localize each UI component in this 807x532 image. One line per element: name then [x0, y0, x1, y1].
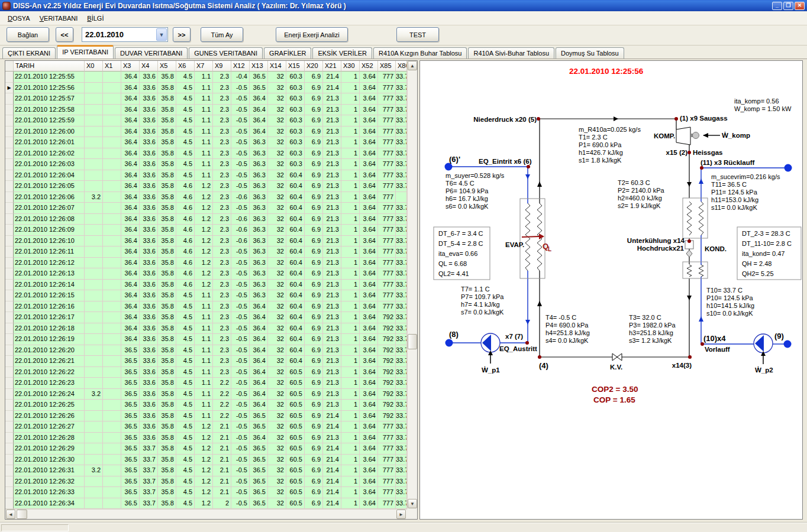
table-row[interactable]: 22.01.2010 12:25:5536.433.635.84.51.12.3…: [5, 72, 417, 83]
table-row[interactable]: 22.01.2010 12:26:1836.433.635.84.51.12.3…: [5, 323, 417, 335]
table-row[interactable]: 22.01.2010 12:26:0336.433.635.84.51.12.3…: [5, 159, 417, 170]
table-row[interactable]: 22.01.2010 12:26:0036.433.635.84.51.12.3…: [5, 126, 417, 138]
table-row[interactable]: 22.01.2010 12:26:1036.433.635.84.61.22.3…: [5, 236, 417, 247]
horizontal-scrollbar[interactable]: ◄ ►: [5, 509, 407, 519]
column-header[interactable]: X3: [121, 61, 140, 72]
table-row[interactable]: 22.01.2010 12:26:2536.533.635.84.51.12.2…: [5, 400, 417, 411]
table-row[interactable]: 22.01.2010 12:26:0836.433.635.84.61.22.3…: [5, 214, 417, 225]
table-row[interactable]: 22.01.2010 12:26:3236.533.735.84.51.22.1…: [5, 476, 417, 488]
table-row[interactable]: 22.01.2010 12:26:2236.533.635.84.51.12.3…: [5, 367, 417, 378]
tab-r410a-sivi-buhar-tablosu[interactable]: R410A Sivi-Buhar Tablosu: [468, 47, 554, 59]
title-bar[interactable]: DISS-An v2.25 Yıldız Enerji Evi Duvardan…: [0, 0, 807, 11]
column-header[interactable]: X7: [195, 61, 213, 72]
table-row[interactable]: 22.01.2010 12:26:0936.433.635.84.61.22.3…: [5, 225, 417, 236]
close-button[interactable]: ✕: [795, 2, 805, 10]
date-combobox[interactable]: 22.01.2010 ▼: [82, 27, 168, 42]
table-row[interactable]: 22.01.2010 12:26:1436.433.635.84.61.22.3…: [5, 280, 417, 291]
tab-duvar-veritabani[interactable]: DUVAR VERITABANI: [115, 47, 188, 59]
table-row[interactable]: 22.01.2010 12:26:2936.533.735.84.51.22.1…: [5, 443, 417, 455]
cell: 21.3: [323, 301, 341, 313]
table-row[interactable]: 22.01.2010 12:25:5836.433.635.84.51.12.3…: [5, 105, 417, 116]
tab-eksi-k-veri-ler[interactable]: EKSİK VERİLER: [312, 47, 372, 59]
cell: 33.7: [396, 411, 407, 422]
column-header[interactable]: X9: [213, 61, 231, 72]
table-row[interactable]: 22.01.2010 12:26:2636.533.635.84.51.12.2…: [5, 411, 417, 422]
table-row[interactable]: 22.01.2010 12:26:0136.433.635.84.51.12.3…: [5, 137, 417, 148]
column-header[interactable]: X1: [103, 61, 121, 72]
menu-item-bi̇lgi̇[interactable]: BİLGİ: [83, 13, 108, 24]
vertical-scroll-thumb[interactable]: [408, 334, 417, 349]
menu-item-dosya[interactable]: DOSYA: [4, 13, 34, 24]
table-row[interactable]: 22.01.2010 12:25:5936.433.635.84.51.12.3…: [5, 115, 417, 126]
table-row[interactable]: 22.01.2010 12:26:1736.433.635.84.51.12.3…: [5, 312, 417, 323]
table-row[interactable]: 22.01.2010 12:26:1536.433.635.84.51.12.3…: [5, 290, 417, 301]
scroll-right-button[interactable]: ►: [396, 510, 406, 519]
label-kv: K.V.: [610, 364, 622, 371]
tab--ikti-ekrani[interactable]: ÇIKTI EKRANI: [2, 47, 56, 59]
cell: [85, 181, 103, 192]
table-row[interactable]: 22.01.2010 12:26:1236.433.635.84.61.22.3…: [5, 258, 417, 269]
column-header[interactable]: X5: [158, 61, 176, 72]
minimize-button[interactable]: _: [772, 2, 782, 10]
tab-gunes-veritabani[interactable]: GUNES VERITABANI: [189, 47, 263, 59]
scroll-down-button[interactable]: ▼: [408, 499, 417, 508]
cell: [103, 378, 121, 389]
table-row[interactable]: 22.01.2010 12:26:063.236.433.635.84.61.2…: [5, 192, 417, 203]
table-row[interactable]: 22.01.2010 12:25:5736.433.635.84.51.12.3…: [5, 93, 417, 105]
table-row[interactable]: 22.01.2010 12:26:3436.533.735.84.51.22-0…: [5, 498, 417, 510]
table-row[interactable]: 22.01.2010 12:26:3336.533.735.84.51.22.1…: [5, 487, 417, 498]
table-row[interactable]: 22.01.2010 12:26:0436.433.635.84.51.12.3…: [5, 170, 417, 181]
column-header[interactable]: X14: [268, 61, 286, 72]
column-header[interactable]: X15: [286, 61, 305, 72]
tab-doymu-su-tablosu[interactable]: Doymuş Su Tablosu: [556, 47, 624, 59]
full-month-button[interactable]: Tüm Ay: [201, 27, 243, 42]
restore-button[interactable]: ❐: [783, 2, 793, 10]
table-row[interactable]: 22.01.2010 12:26:0236.433.635.84.51.12.3…: [5, 148, 417, 160]
connect-button[interactable]: Bağlan: [7, 27, 49, 42]
table-row[interactable]: 22.01.2010 12:26:1336.433.635.84.61.22.3…: [5, 268, 417, 280]
table-row[interactable]: 22.01.2010 12:26:1636.433.635.84.51.12.3…: [5, 301, 417, 313]
table-row[interactable]: 22.01.2010 12:26:2136.533.635.84.51.12.3…: [5, 356, 417, 367]
scroll-up-button[interactable]: ▲: [408, 61, 417, 70]
energy-exergy-analysis-button[interactable]: Enerji Exerji Analizi: [276, 27, 348, 42]
cell: 3.64: [360, 137, 378, 148]
test-button[interactable]: TEST: [396, 27, 439, 42]
table-row[interactable]: 22.01.2010 12:26:1936.433.635.84.51.12.3…: [5, 334, 417, 345]
table-row[interactable]: 22.01.2010 12:26:1136.433.635.84.61.22.3…: [5, 246, 417, 258]
table-row[interactable]: 22.01.2010 12:26:2736.533.635.84.51.22.1…: [5, 421, 417, 433]
table-row[interactable]: ▶22.01.2010 12:25:5636.433.635.84.51.12.…: [5, 83, 417, 94]
column-header[interactable]: X13: [250, 61, 268, 72]
column-header[interactable]: X85: [378, 61, 396, 72]
column-header[interactable]: TARIH: [14, 61, 85, 72]
cell: 6.9: [305, 246, 323, 258]
column-header[interactable]: X52: [360, 61, 378, 72]
table-row[interactable]: 22.01.2010 12:26:2036.533.635.84.51.12.3…: [5, 345, 417, 356]
column-header[interactable]: X21: [323, 61, 341, 72]
cell: 4.5: [176, 301, 195, 313]
column-header[interactable]: X0: [85, 61, 103, 72]
column-header[interactable]: X20: [305, 61, 323, 72]
menu-item-veritabani[interactable]: VERITABANI: [35, 13, 82, 24]
column-header[interactable]: X30: [341, 61, 360, 72]
table-row[interactable]: 22.01.2010 12:26:243.236.533.635.84.51.1…: [5, 389, 417, 400]
table-row[interactable]: 22.01.2010 12:26:2336.533.635.84.51.12.2…: [5, 378, 417, 389]
next-day-button[interactable]: >>: [173, 27, 191, 42]
table-row[interactable]: 22.01.2010 12:26:3036.533.735.84.51.22.1…: [5, 455, 417, 466]
table-row[interactable]: 22.01.2010 12:26:2836.533.635.84.51.22.1…: [5, 433, 417, 444]
tab-r410a-k-zg-n-buhar-tablosu[interactable]: R410A Kızgın Buhar Tablosu: [373, 47, 467, 59]
row-indicator: [5, 465, 14, 476]
column-header[interactable]: X6: [176, 61, 195, 72]
tab-grafi-kler[interactable]: GRAFİKLER: [264, 47, 311, 59]
tab-ip-veritabani[interactable]: IP VERITABANI: [57, 45, 114, 59]
table-row[interactable]: 22.01.2010 12:26:313.236.533.735.84.51.2…: [5, 465, 417, 476]
table-row[interactable]: 22.01.2010 12:26:0536.433.635.84.61.22.3…: [5, 181, 417, 192]
table-row[interactable]: 22.01.2010 12:26:0736.433.635.84.61.22.3…: [5, 203, 417, 214]
column-header[interactable]: X12: [231, 61, 250, 72]
horizontal-scroll-thumb[interactable]: [17, 510, 27, 519]
column-header[interactable]: X4: [140, 61, 158, 72]
prev-day-button[interactable]: <<: [56, 27, 73, 42]
scroll-left-button[interactable]: ◄: [6, 510, 15, 519]
vertical-scrollbar[interactable]: ▲ ▼: [407, 61, 417, 509]
chevron-down-icon[interactable]: ▼: [156, 28, 167, 41]
column-header[interactable]: X86: [396, 61, 407, 72]
